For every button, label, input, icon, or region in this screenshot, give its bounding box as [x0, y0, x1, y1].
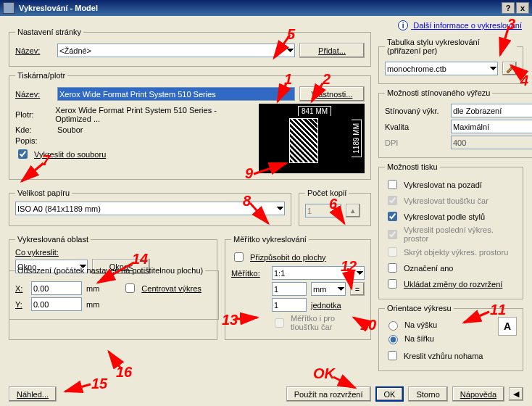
opt-styles-label: Vykreslovat podle stylů	[404, 212, 485, 221]
fit-to-paper-checkbox[interactable]	[234, 252, 244, 262]
plot-scale-legend: Měřítko vykreslování	[231, 235, 309, 244]
popis-label: Popis:	[15, 136, 53, 145]
printer-legend: Tiskárna/plotr	[15, 71, 67, 80]
offset-x-input[interactable]	[31, 281, 82, 295]
opt-save-checkbox[interactable]	[388, 279, 397, 289]
copies-group: Počet kopií ▴	[299, 188, 371, 226]
scale-mm-input[interactable]	[272, 282, 307, 296]
plot-style-table-select[interactable]: monochrome.ctb	[385, 62, 498, 75]
orientation-group: Orientace výkresu Na výšku Na šířku A Kr…	[378, 304, 523, 371]
shade-plot-label: Stínovaný výkr.	[385, 107, 446, 115]
scale-lineweight-checkbox	[275, 318, 284, 328]
dpi-input	[451, 136, 532, 149]
what-to-plot-label: Co vykreslit:	[15, 248, 59, 257]
upside-down-checkbox[interactable]	[388, 351, 397, 360]
center-plot-checkbox[interactable]	[125, 283, 135, 293]
printer-name-label: Název:	[15, 90, 53, 99]
kde-label: Kde:	[15, 125, 53, 134]
add-button[interactable]: Přidat...	[299, 43, 365, 58]
plot-options-legend: Možnosti tisku	[385, 162, 440, 171]
offset-group: Odsazení (počátek nastaven na potištitel…	[9, 266, 219, 320]
plotr-label: Plotr:	[15, 110, 51, 119]
scale-select[interactable]: 1:1	[272, 266, 365, 280]
dpi-label: DPI	[385, 138, 446, 147]
quality-select[interactable]: Maximální	[451, 120, 532, 133]
opt-save-label: Ukládat změny do rozvržení	[404, 280, 502, 289]
ok-button[interactable]: OK	[375, 386, 404, 402]
opt-last-label: Vykreslit poslední výkres. prostor	[404, 225, 517, 243]
pagesetup-name-select[interactable]: <Žádné>	[57, 44, 295, 57]
fit-to-paper-label: Přizpůsobit do plochy	[250, 253, 326, 262]
opt-stamp-checkbox[interactable]	[388, 263, 397, 273]
paper-size-select[interactable]: ISO A0 (841x1189 mm)	[15, 202, 285, 215]
opt-bg-label: Vykreslovat na pozadí	[404, 181, 482, 189]
edit-style-button[interactable]	[502, 62, 517, 75]
offset-x-unit: mm	[86, 284, 99, 293]
upside-down-label: Kreslit vzhůru nohama	[404, 352, 483, 360]
offset-y-input[interactable]	[31, 297, 82, 311]
opt-last-checkbox	[388, 230, 397, 239]
page-setup-legend: Nastavení stránky	[15, 28, 83, 36]
scale-unit-input[interactable]	[272, 298, 307, 312]
kde-value: Soubor	[57, 125, 83, 134]
printer-group: Tiskárna/plotr Název: Xerox Wide Format …	[9, 71, 371, 180]
pagesetup-name-label: Název:	[15, 46, 53, 55]
portrait-radio[interactable]	[388, 321, 398, 331]
plot-to-file-label: Vykreslit do souboru	[34, 150, 106, 159]
app-icon	[3, 2, 14, 14]
offset-y-label: Y:	[15, 300, 27, 309]
shade-plot-select[interactable]: dle Zobrazení	[451, 104, 532, 117]
titlebar-help-button[interactable]: ?	[502, 2, 515, 14]
scale-equals-button[interactable]: =	[350, 282, 365, 296]
portrait-label: Na výšku	[404, 320, 437, 329]
offset-legend: Odsazení (počátek nastaven na potištitel…	[15, 266, 205, 275]
copies-spinner: ▴	[346, 204, 360, 218]
shaded-viewport-legend: Možnosti stínovaného výřezu	[385, 88, 492, 97]
paper-size-group: Velikost papíru ISO A0 (841x1189 mm)	[9, 188, 291, 226]
page-setup-group: Nastavení stránky Název: <Žádné> Přidat.…	[9, 28, 371, 67]
copies-legend: Počet kopií	[305, 188, 349, 197]
properties-button[interactable]: Vlastnosti...	[299, 86, 365, 102]
copies-input	[305, 204, 341, 218]
help-button[interactable]: Nápověda	[452, 386, 504, 402]
plot-to-file-checkbox[interactable]	[18, 149, 28, 159]
quality-label: Kvalita	[385, 123, 446, 131]
opt-hide-checkbox	[388, 247, 397, 257]
opt-stamp-label: Označení ano	[404, 264, 454, 273]
plot-scale-group: Měřítko vykreslování Přizpůsobit do ploc…	[225, 235, 371, 340]
paper-preview: 841 MM 1189 MM	[259, 104, 365, 173]
offset-x-label: X:	[15, 284, 27, 293]
landscape-radio[interactable]	[388, 335, 398, 344]
paper-size-legend: Velikost papíru	[15, 188, 72, 197]
offset-y-unit: mm	[86, 300, 99, 309]
cancel-button[interactable]: Storno	[408, 386, 447, 402]
center-plot-label: Centrovat výkres	[141, 284, 201, 293]
printer-name-select[interactable]: Xerox Wide Format Print System 510 Serie…	[57, 87, 295, 101]
plot-style-table-legend: Tabulka stylu vykreslování (přiřazení pe…	[385, 38, 517, 55]
landscape-label: Na šířku	[404, 334, 434, 343]
plot-style-table-group: Tabulka stylu vykreslování (přiřazení pe…	[378, 38, 523, 84]
scale-unit2-label: jednotka	[311, 301, 341, 310]
opt-styles-checkbox[interactable]	[388, 212, 397, 221]
apply-to-layout-button[interactable]: Použít na rozvržení	[286, 386, 371, 402]
orientation-legend: Orientace výkresu	[385, 304, 454, 312]
scale-lineweight-label: Měřítko i pro tloušťku čar	[291, 314, 365, 331]
plotr-value: Xerox Wide Format Print System 510 Serie…	[55, 106, 253, 123]
scale-unit-select[interactable]: mm	[311, 282, 346, 296]
opt-lw-checkbox	[388, 196, 397, 205]
expand-button[interactable]: ◀	[509, 387, 523, 401]
orientation-preview-icon: A	[498, 317, 517, 336]
titlebar-close-button[interactable]: x	[516, 2, 529, 14]
plot-area-legend: Vykreslovaná oblast	[15, 235, 91, 244]
shaded-viewport-group: Možnosti stínovaného výřezu Stínovaný vý…	[378, 88, 532, 158]
opt-lw-label: Vykreslovat tloušťku čar	[404, 196, 489, 205]
preview-button[interactable]: Náhled...	[9, 386, 57, 402]
opt-bg-checkbox[interactable]	[388, 180, 397, 189]
scale-label: Měřítko:	[231, 269, 267, 278]
opt-hide-label: Skrýt objekty výkres. prostoru	[404, 248, 508, 257]
plot-options-group: Možnosti tisku Vykreslovat na pozadí Vyk…	[378, 162, 523, 299]
window-title: Vykreslování - Model	[19, 4, 98, 12]
